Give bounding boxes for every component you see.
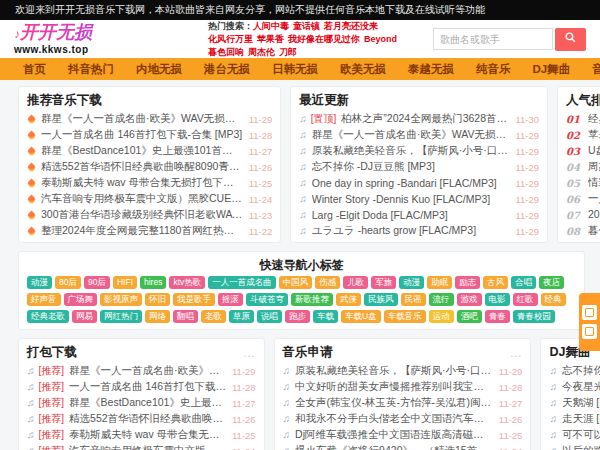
tag-pill[interactable]: 伤感 — [315, 276, 340, 289]
song-list-item[interactable]: ♫可不可以爱你 [MP3]11-26 — [549, 427, 600, 443]
tag-pill[interactable]: 青春 — [485, 310, 510, 323]
song-list-item[interactable]: 300首港台华语珍藏级别经典怀旧老歌WAV...11-23 — [27, 207, 272, 223]
tag-pill[interactable]: 草原 — [229, 310, 254, 323]
song-list-item[interactable]: 群星《一人一首成名曲·欧美》WAV无损打...11-29 — [27, 111, 272, 127]
ranking-list-item[interactable]: 05情罪 -陈瑞 [WAV/MP3]2404 — [566, 175, 600, 191]
song-list-item[interactable]: ♫[推荐]群星《BestDance101》史上最强101...11-27 — [27, 395, 256, 411]
song-list-item[interactable]: 精选552首华语怀旧经典歌曲唤醒8090青春...11-26 — [27, 159, 272, 175]
ranking-list-item[interactable]: 02苹果香 -狼戈 [MP3]5700 — [566, 127, 600, 143]
tag-pill[interactable]: 车载U盘 — [341, 310, 381, 323]
tag-pill[interactable]: 经典 — [541, 293, 566, 306]
tag-pill[interactable]: 武侠 — [336, 293, 361, 306]
hot-keyword[interactable]: 人间中毒 — [253, 20, 289, 33]
nav-item-日韩无损[interactable]: 日韩无损 — [261, 62, 329, 77]
tag-pill[interactable]: 民谣 — [401, 293, 426, 306]
tag-pill[interactable]: 影视原声 — [100, 293, 142, 306]
tag-pill[interactable]: 翻唱 — [173, 310, 198, 323]
tag-pill[interactable]: 一人一首成名曲 — [208, 276, 276, 289]
more-link[interactable]: ... — [510, 348, 522, 358]
tag-pill[interactable]: hires — [140, 276, 166, 289]
tag-pill[interactable]: 儿歌 — [343, 276, 368, 289]
song-list-item[interactable]: ♫原装私藏绝美轻音乐，【萨斯风·小号·口琴-...11-29 — [283, 363, 523, 379]
song-list-item[interactable]: ♫中文好听的甜美女声慢摇推荐别叫我宝贝 [...11-28 — [283, 379, 523, 395]
song-list-item[interactable]: 群星《BestDance101》史上最强101首炸机...11-27 — [27, 143, 272, 159]
tag-pill[interactable]: 斗破苍穹 — [246, 293, 288, 306]
tag-pill[interactable]: 新歌推荐 — [291, 293, 333, 306]
song-list-item[interactable]: ♫走天涯 [MP3]11-27 — [549, 411, 600, 427]
song-list-item[interactable]: ♫[推荐]群星《一人一首成名曲·欧美》WAV...11-29 — [27, 363, 256, 379]
song-list-item[interactable]: ♫[置顶]柏林之声”2024全网最热门3628首车...11-30 — [299, 111, 539, 127]
hot-keyword[interactable]: Beyond — [364, 33, 397, 46]
site-logo[interactable]: ♪开开无损 www.kkws.top — [14, 23, 122, 55]
tag-pill[interactable]: 中国风 — [279, 276, 313, 289]
tag-pill[interactable]: 动漫 — [27, 276, 52, 289]
floating-contact-widget[interactable] — [579, 293, 600, 351]
hot-keyword[interactable]: 我好像在哪见过你 — [288, 33, 360, 46]
tag-pill[interactable]: 游戏 — [457, 293, 482, 306]
tag-pill[interactable]: 古风 — [483, 276, 508, 289]
tag-pill[interactable]: 车载音乐 — [384, 310, 426, 323]
nav-item-首页[interactable]: 首页 — [12, 62, 57, 77]
ranking-list-item[interactable]: 03U盘车载专用3068首24G高音质mp3...3731 — [566, 143, 600, 159]
song-list-item[interactable]: ♫爆火车载《盗将行9420》，（精选15首）...11-24 — [283, 443, 523, 450]
tag-pill[interactable]: 经典老歌 — [27, 310, 69, 323]
song-list-item[interactable]: ♫Larg -Elgit Doda [FLAC/MP3]11-29 — [299, 207, 539, 223]
ranking-list-item[interactable]: 06一人一首成名曲 146首打包下载 -合...2403 — [566, 191, 600, 207]
tag-pill[interactable]: 电影 — [485, 293, 510, 306]
song-list-item[interactable]: ♫和我永不分手白头偕老全中文国语汽车专用...11-26 — [283, 411, 523, 427]
song-list-item[interactable]: ♫Dj阿维车载强推全中文国语连版高清磁性女...11-25 — [283, 427, 523, 443]
hot-keyword[interactable]: 童话镇 — [293, 20, 320, 33]
tag-pill[interactable]: 我是歌手 — [173, 293, 215, 306]
nav-item-纯音乐[interactable]: 纯音乐 — [465, 62, 522, 77]
tag-pill[interactable]: 励志 — [455, 276, 480, 289]
song-list-item[interactable]: ♫原装私藏绝美轻音乐，【萨斯风·小号·口琴-...11-29 — [299, 143, 539, 159]
song-list-item[interactable]: ♫[推荐]精选552首华语怀旧经典歌曲唤醒809...11-26 — [27, 411, 256, 427]
tag-pill[interactable]: HIFI — [113, 276, 137, 289]
tag-pill[interactable]: ktv热歌 — [169, 276, 205, 289]
tag-pill[interactable]: 网络 — [145, 310, 170, 323]
ranking-list-item[interactable]: 01经典老歌500首大合集 [MP4]13892 — [566, 111, 600, 127]
song-list-item[interactable]: ♫忘不掉你 -DJ豆豆熊 [MP3]11-29 — [299, 159, 539, 175]
ranking-list-item[interactable]: 04周杰伦音乐 所有专辑和单曲 2000-2...2695 — [566, 159, 600, 175]
tag-pill[interactable]: 怀旧 — [145, 293, 170, 306]
song-list-item[interactable]: ♫今夜星光闪闪 [MP3]11-28 — [549, 379, 600, 395]
nav-item-抖音热门[interactable]: 抖音热门 — [57, 62, 125, 77]
nav-item-泰越无损[interactable]: 泰越无损 — [397, 62, 465, 77]
more-link[interactable]: ... — [243, 348, 255, 358]
song-list-item[interactable]: ♫[推荐]泰勒斯威夫特 wav 母带合集无损打...11-25 — [27, 427, 256, 443]
hot-keyword[interactable]: 若月亮还没来 — [324, 20, 378, 33]
tag-pill[interactable]: 动漫 — [399, 276, 424, 289]
ranking-list-item[interactable]: 072024年当下抖音最火的100首流行的...2186 — [566, 207, 600, 223]
tag-pill[interactable]: 跑步 — [285, 310, 310, 323]
song-list-item[interactable]: 一人一首成名曲 146首打包下载-合集 [MP3]11-28 — [27, 127, 272, 143]
nav-item-港台无损[interactable]: 港台无损 — [193, 62, 261, 77]
contact-icon-top[interactable] — [582, 305, 597, 320]
tag-pill[interactable]: 合唱 — [511, 276, 536, 289]
song-list-item[interactable]: ♫全女声(韩宝仪-林玉英-方怡萍-吴泓君)闽南...11-27 — [283, 395, 523, 411]
contact-icon-bottom[interactable] — [582, 324, 597, 339]
tag-pill[interactable]: 网红热门 — [100, 310, 142, 323]
tag-pill[interactable]: 90后 — [84, 276, 110, 289]
nav-item-DJ舞曲[interactable]: DJ舞曲 — [522, 62, 582, 77]
nav-item-内地无损[interactable]: 内地无损 — [125, 62, 193, 77]
tag-pill[interactable]: 网易 — [72, 310, 97, 323]
hot-keyword[interactable]: 暮色回响 — [208, 46, 244, 59]
song-list-item[interactable]: ♫Winter Story -Dennis Kuo [FLAC/MP3]11-2… — [299, 191, 539, 207]
song-list-item[interactable]: 整理2024年度全网最完整1180首网红热歌榜...11-22 — [27, 223, 272, 239]
tag-pill[interactable]: 夜店 — [539, 276, 564, 289]
nav-item-音乐申请[interactable]: 音乐申请 — [581, 62, 600, 77]
tag-pill[interactable]: 好声音 — [27, 293, 61, 306]
hot-keyword[interactable]: 化风行万里 — [208, 33, 253, 46]
tag-pill[interactable]: 车载 — [313, 310, 338, 323]
song-list-item[interactable]: 泰勒斯威夫特 wav 母带合集无损打包下载 -...11-25 — [27, 175, 272, 191]
tag-pill[interactable]: 80后 — [55, 276, 81, 289]
tag-pill[interactable]: 酒吧 — [457, 310, 482, 323]
song-list-item[interactable]: 汽车音响专用终极车震中文版）黑胶CUE+...11-24 — [27, 191, 272, 207]
song-list-item[interactable]: ♫One day in spring -Bandari [FLAC/MP3]11… — [299, 175, 539, 191]
song-list-item[interactable]: ♫[推荐]汽车音响专用终极车震中文版）黑胶...11-24 — [27, 443, 256, 450]
hot-keyword[interactable]: 苹果香 — [257, 33, 284, 46]
ranking-list-item[interactable]: 08暮色回响 -张韶涵 [WAV/MP3]2047 — [566, 223, 600, 239]
tag-pill[interactable]: 说唱 — [257, 310, 282, 323]
tag-pill[interactable]: 摇滚 — [218, 293, 243, 306]
tag-pill[interactable]: 青春校园 — [513, 310, 555, 323]
